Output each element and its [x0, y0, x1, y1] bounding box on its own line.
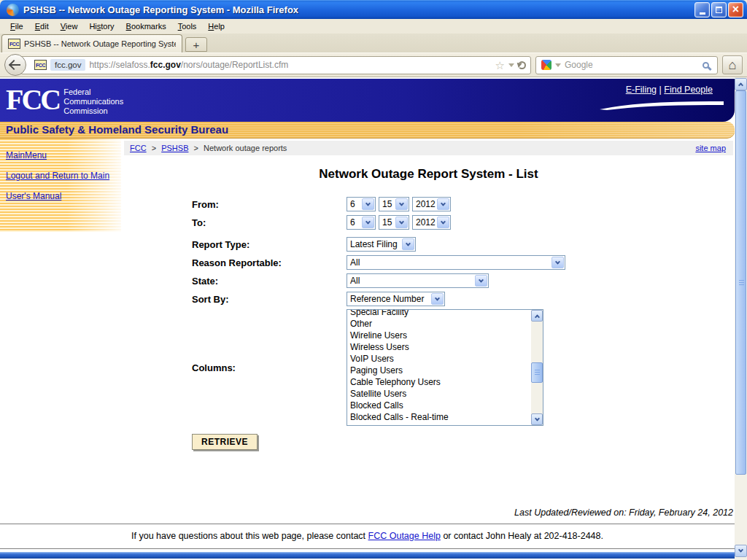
minimize-icon — [700, 12, 705, 15]
columns-multiselect[interactable]: Special FacilityOtherWireline UsersWirel… — [347, 309, 543, 426]
divider — [0, 548, 735, 549]
sort-by-label: Sort By: — [192, 294, 347, 305]
find-people-link[interactable]: Find People — [664, 85, 713, 95]
window-title: PSHSB -- Network Outage Reporting System… — [22, 4, 694, 15]
list-item[interactable]: Wireless Users — [348, 341, 530, 353]
tab-strip: FCC PSHSB -- Network Outage Reporting Sy… — [0, 34, 747, 52]
site-identity-chip[interactable]: fcc.gov — [50, 59, 85, 71]
scroll-thumb[interactable] — [531, 362, 543, 383]
reason-reportable-label: Reason Reportable: — [192, 257, 347, 268]
to-month-select[interactable]: 6 — [347, 215, 376, 230]
fcc-favicon: FCC — [8, 39, 20, 49]
from-month-select[interactable]: 6 — [347, 197, 376, 211]
scroll-thumb[interactable] — [735, 90, 746, 475]
to-year-select[interactable]: 2012 — [412, 215, 451, 230]
menu-bookmarks[interactable]: Bookmarks — [120, 20, 172, 32]
browser-window: PSHSB -- Network Outage Reporting System… — [0, 0, 747, 560]
list-item[interactable]: Blocked Calls - Historic — [348, 423, 530, 426]
chevron-down-icon — [475, 275, 487, 287]
window-titlebar[interactable]: PSHSB -- Network Outage Reporting System… — [0, 0, 747, 19]
chevron-down-icon — [362, 198, 374, 210]
close-button[interactable] — [728, 2, 743, 18]
vertical-scrollbar[interactable] — [735, 77, 747, 560]
report-type-label: Report Type: — [192, 239, 347, 250]
list-item[interactable]: Blocked Calls — [348, 400, 530, 411]
chevron-down-icon — [402, 238, 414, 250]
to-day-select[interactable]: 15 — [379, 215, 409, 230]
fcc-outage-help-link[interactable]: FCC Outage Help — [368, 531, 441, 541]
reload-icon[interactable] — [518, 61, 526, 69]
bureau-banner: Public Safety & Homeland Security Bureau — [0, 122, 735, 139]
restore-button[interactable] — [711, 2, 727, 18]
state-select[interactable]: All — [347, 273, 489, 288]
list-item[interactable]: Blocked Calls - Real-time — [348, 411, 530, 423]
menu-help[interactable]: Help — [202, 20, 231, 32]
search-placeholder[interactable]: Google — [565, 60, 699, 70]
search-magnifier-icon[interactable] — [703, 62, 709, 69]
home-button[interactable] — [722, 55, 743, 74]
reason-reportable-select[interactable]: All — [347, 255, 565, 270]
efiling-link[interactable]: E-Filing — [626, 85, 657, 95]
state-label: State: — [192, 276, 347, 287]
breadcrumb-fcc-link[interactable]: FCC — [130, 144, 147, 152]
from-year-select[interactable]: 2012 — [412, 197, 451, 211]
chevron-down-icon — [395, 198, 408, 210]
web-page: FCC Federal Communications Commission E-… — [0, 77, 735, 560]
fcc-logo: FCC Federal Communications Commission — [6, 82, 123, 118]
menu-edit[interactable]: Edit — [29, 20, 55, 32]
menu-tools[interactable]: Tools — [172, 20, 203, 32]
chevron-down-icon — [431, 293, 444, 305]
tab-active[interactable]: FCC PSHSB -- Network Outage Reporting Sy… — [1, 34, 182, 52]
list-item[interactable]: Paging Users — [348, 365, 530, 376]
breadcrumb-pshsb-link[interactable]: PSHSB — [161, 144, 188, 152]
list-item[interactable]: VoIP Users — [348, 353, 530, 365]
columns-label: Columns: — [192, 362, 347, 373]
breadcrumb-current: Network outage reports — [204, 144, 287, 152]
list-item[interactable]: Special Facility — [348, 309, 530, 318]
from-day-select[interactable]: 15 — [379, 197, 409, 211]
urlbar-dropdown-icon[interactable] — [508, 63, 514, 67]
tab-title: PSHSB -- Network Outage Reporting System — [24, 39, 176, 48]
list-item[interactable]: Cable Telephony Users — [348, 376, 530, 388]
chevron-down-icon — [551, 257, 564, 268]
google-icon[interactable] — [541, 60, 551, 70]
sidebar-main-menu-link[interactable]: MainMenu — [6, 150, 114, 161]
url-text[interactable]: https://selafoss.fcc.gov/nors/outage/Rep… — [89, 60, 491, 70]
report-filter-form: From: 6 15 2012 To: 6 15 2012 Report Typ… — [192, 196, 733, 450]
main-content: Network Outage Report System - List From… — [124, 155, 733, 450]
columns-options: Special FacilityOtherWireline UsersWirel… — [348, 309, 530, 426]
menu-history[interactable]: History — [83, 20, 120, 32]
minimize-button[interactable] — [694, 2, 710, 18]
scroll-down-button[interactable] — [531, 413, 543, 425]
search-box[interactable]: Google — [535, 56, 718, 74]
scroll-up-button[interactable] — [735, 78, 747, 90]
list-item[interactable]: Satellite Users — [348, 388, 530, 400]
sort-by-select[interactable]: Reference Number — [347, 292, 445, 306]
list-item[interactable]: Wireline Users — [348, 330, 530, 341]
header-links: E-Filing | Find People — [626, 85, 713, 95]
chevron-down-icon — [362, 217, 374, 228]
menu-view[interactable]: View — [55, 20, 84, 32]
search-engine-dropdown-icon[interactable] — [555, 63, 561, 67]
last-updated-text: Last Updated/Reviewed on: Friday, Februa… — [0, 508, 733, 518]
site-map-link[interactable]: site map — [695, 144, 726, 152]
url-bar[interactable]: FCC fcc.gov https://selafoss.fcc.gov/nor… — [20, 56, 531, 74]
sidebar-users-manual-link[interactable]: User's Manual — [6, 191, 114, 202]
listbox-scrollbar[interactable] — [531, 310, 543, 425]
divider — [0, 524, 735, 524]
bookmark-star-icon[interactable] — [495, 60, 505, 71]
sidebar: MainMenu Logout and Return to Main User'… — [0, 139, 121, 232]
to-label: To: — [192, 217, 347, 228]
retrieve-button[interactable]: RETRIEVE — [192, 434, 258, 450]
header-swoosh-decoration — [600, 99, 724, 114]
scroll-down-button[interactable] — [735, 545, 747, 557]
back-button[interactable] — [4, 54, 26, 76]
breadcrumb: FCC > PSHSB > Network outage reports sit… — [124, 141, 733, 155]
scroll-up-button[interactable] — [531, 310, 543, 322]
sidebar-logout-link[interactable]: Logout and Return to Main — [6, 171, 114, 182]
report-type-select[interactable]: Latest Filing — [347, 237, 416, 252]
new-tab-button[interactable]: + — [185, 37, 207, 52]
menu-file[interactable]: File — [4, 20, 29, 32]
page-footer: If you have questions about this web pag… — [0, 531, 735, 541]
list-item[interactable]: Other — [348, 318, 530, 330]
